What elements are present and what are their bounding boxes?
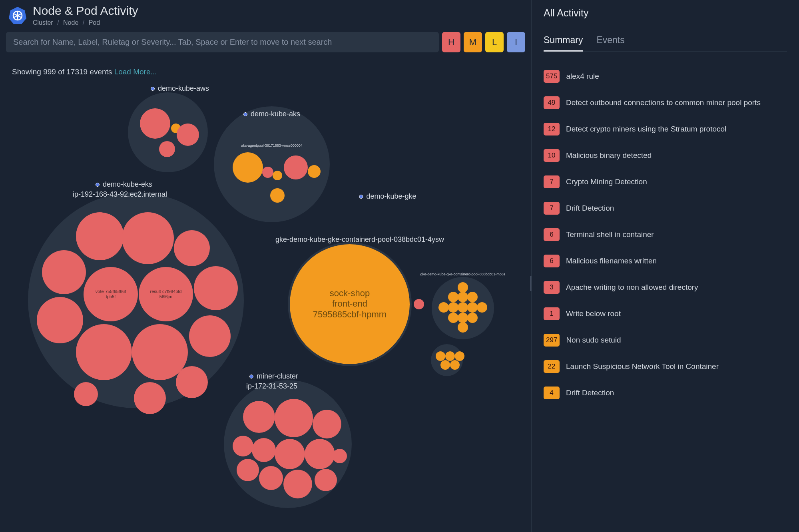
svg-point-24: [445, 351, 455, 361]
pod-bubble[interactable]: [275, 399, 313, 437]
cluster-aks[interactable]: [214, 106, 330, 222]
page-header: Node & Pod Activity Cluster / Node / Pod: [0, 0, 531, 27]
tab-summary[interactable]: Summary: [544, 35, 583, 52]
activity-item[interactable]: 6Malicious filenames written: [544, 255, 787, 267]
node-label-eks: ip-192-168-43-92.ec2.internal: [73, 190, 167, 199]
pod-bubble[interactable]: [308, 165, 321, 178]
pod-bubble[interactable]: [177, 124, 199, 146]
cluster-visualization[interactable]: demo-kube-aws demo-kube-aks aks-agentpoo…: [0, 76, 531, 532]
pod-bubble[interactable]: [74, 382, 98, 406]
pod-bubble[interactable]: [42, 250, 86, 294]
pod-bubble[interactable]: [275, 439, 305, 469]
severity-filter-high[interactable]: H: [442, 32, 460, 52]
pod-bubble[interactable]: [233, 436, 253, 456]
pod-bubble[interactable]: [76, 212, 124, 260]
activity-item[interactable]: 297Non sudo setuid: [544, 334, 787, 347]
pod-bubble[interactable]: [243, 401, 275, 433]
cluster-label-miner[interactable]: miner-cluster: [249, 372, 298, 381]
pod-bubble[interactable]: [237, 459, 259, 481]
cluster-label-eks[interactable]: demo-kube-eks: [96, 180, 152, 189]
activity-item[interactable]: 7Crypto Mining Detection: [544, 175, 787, 188]
pod-bubble[interactable]: [176, 366, 208, 398]
node-label-miner: ip-172-31-53-25: [246, 382, 297, 391]
breadcrumb-node[interactable]: Node: [63, 19, 78, 26]
pod-bubble[interactable]: [414, 299, 424, 309]
pod-bubble[interactable]: [159, 141, 175, 157]
pod-bubble[interactable]: [194, 266, 238, 310]
activity-item[interactable]: 575alex4 rule: [544, 70, 787, 83]
pod-bubble[interactable]: [315, 469, 337, 491]
activity-item[interactable]: 4Drift Detection: [544, 387, 787, 399]
node-label-gke-side: gke-demo-kube-gke-containerd-pool-038bdc…: [420, 272, 506, 276]
activity-label: Malicious filenames written: [566, 257, 657, 265]
breadcrumb-pod[interactable]: Pod: [89, 19, 100, 26]
pod-bubble[interactable]: [174, 230, 210, 266]
activity-count-badge: 49: [544, 96, 560, 109]
activity-label: Non sudo setuid: [566, 336, 621, 345]
cluster-dot-icon: [96, 183, 100, 187]
activity-count-badge: 12: [544, 123, 560, 135]
activity-item[interactable]: 1Write below root: [544, 307, 787, 320]
breadcrumb-sep: /: [83, 19, 84, 26]
side-tabs: Summary Events: [544, 35, 787, 52]
activity-label: Launch Suspicious Network Tool in Contai…: [566, 362, 719, 371]
pod-bubble[interactable]: [233, 152, 263, 183]
pod-bubble[interactable]: [252, 438, 276, 462]
pod-bubble[interactable]: [132, 324, 188, 380]
node-label-gke-main: gke-demo-kube-gke-containerd-pool-038bdc…: [275, 235, 444, 244]
svg-point-23: [436, 351, 445, 361]
breadcrumb[interactable]: Cluster / Node / Pod: [33, 19, 138, 26]
activity-item[interactable]: 10Malicious binary detected: [544, 149, 787, 162]
pod-bubble[interactable]: [37, 297, 83, 343]
pod-bubble[interactable]: [134, 382, 166, 414]
pod-bubble[interactable]: [313, 410, 341, 438]
tab-events[interactable]: Events: [596, 35, 624, 51]
activity-count-badge: 3: [544, 281, 560, 294]
pod-bubble[interactable]: [305, 439, 335, 469]
side-panel-title: All Activity: [544, 7, 787, 19]
pod-bubble[interactable]: [259, 466, 283, 490]
activity-count-badge: 297: [544, 334, 560, 347]
search-input[interactable]: [6, 32, 439, 52]
activity-count-badge: 7: [544, 202, 560, 215]
pod-bubble[interactable]: [189, 315, 231, 357]
pod-sock-shop[interactable]: [290, 244, 410, 364]
cluster-label-aks[interactable]: demo-kube-aks: [243, 110, 300, 118]
pod-bubble[interactable]: [273, 171, 282, 180]
severity-filter-medium[interactable]: M: [464, 32, 482, 52]
pod-bubble[interactable]: [283, 470, 312, 498]
load-more-link[interactable]: Load More...: [114, 68, 157, 76]
activity-label: Drift Detection: [566, 204, 614, 213]
pod-bubble[interactable]: [333, 449, 347, 463]
severity-filter-low[interactable]: L: [485, 32, 504, 52]
page-title: Node & Pod Activity: [33, 4, 138, 18]
pod-bubble[interactable]: [262, 167, 273, 178]
event-count-text: Showing 999 of 17319 events: [12, 68, 112, 76]
cluster-label-aws[interactable]: demo-kube-aws: [151, 84, 209, 93]
activity-label: Crypto Mining Detection: [566, 177, 647, 186]
activity-label: Detect outbound connections to common mi…: [566, 98, 761, 107]
pod-bubble[interactable]: [284, 155, 308, 179]
panel-resize-handle[interactable]: [530, 276, 532, 291]
activity-item[interactable]: 12Detect crypto miners using the Stratum…: [544, 123, 787, 135]
activity-item[interactable]: 3Apache writing to non allowed directory: [544, 281, 787, 294]
pod-bubble[interactable]: [122, 212, 174, 264]
svg-point-26: [440, 360, 450, 370]
breadcrumb-sep: /: [57, 19, 59, 26]
activity-item[interactable]: 7Drift Detection: [544, 202, 787, 215]
pod-bubble[interactable]: [140, 108, 170, 139]
cluster-label-gke[interactable]: demo-kube-gke: [359, 192, 416, 201]
svg-point-18: [448, 313, 458, 323]
svg-point-21: [458, 322, 468, 333]
pod-result[interactable]: [139, 267, 193, 321]
pod-group-gke-tiny[interactable]: [431, 344, 464, 376]
svg-point-13: [438, 302, 449, 313]
activity-item[interactable]: 49Detect outbound connections to common …: [544, 96, 787, 109]
pod-bubble[interactable]: [270, 188, 285, 203]
activity-item[interactable]: 6Terminal shell in container: [544, 228, 787, 241]
pod-vote[interactable]: [84, 267, 138, 321]
activity-item[interactable]: 22Launch Suspicious Network Tool in Cont…: [544, 360, 787, 373]
pod-bubble[interactable]: [76, 324, 132, 380]
breadcrumb-cluster[interactable]: Cluster: [33, 19, 53, 26]
severity-filter-info[interactable]: I: [507, 32, 525, 52]
